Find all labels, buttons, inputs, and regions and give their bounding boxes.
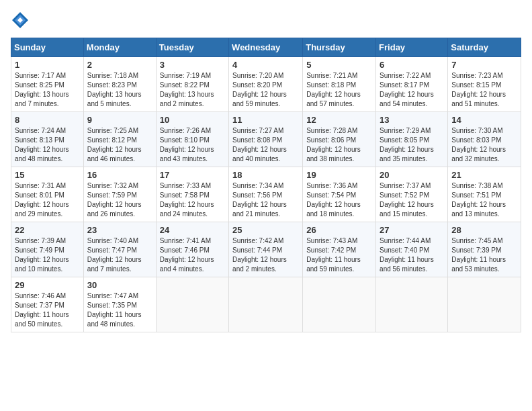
calendar-week-4: 22 Sunrise: 7:39 AM Sunset: 7:49 PM Dayl… [11,222,521,277]
day-detail: Sunrise: 7:26 AM Sunset: 8:10 PM Dayligh… [160,126,225,164]
day-number: 2 [87,60,152,70]
day-detail: Sunrise: 7:27 AM Sunset: 8:08 PM Dayligh… [232,126,299,164]
calendar-cell: 7 Sunrise: 7:23 AM Sunset: 8:15 PM Dayli… [448,57,521,112]
day-number: 8 [15,115,80,125]
calendar-cell: 8 Sunrise: 7:24 AM Sunset: 8:13 PM Dayli… [11,112,84,167]
day-detail: Sunrise: 7:29 AM Sunset: 8:05 PM Dayligh… [380,126,444,164]
day-number: 23 [87,225,152,235]
calendar-cell: 3 Sunrise: 7:19 AM Sunset: 8:22 PM Dayli… [156,57,228,112]
day-detail: Sunrise: 7:18 AM Sunset: 8:23 PM Dayligh… [87,71,152,109]
day-detail: Sunrise: 7:42 AM Sunset: 7:44 PM Dayligh… [232,236,299,274]
calendar-cell: 18 Sunrise: 7:34 AM Sunset: 7:56 PM Dayl… [229,167,303,222]
day-detail: Sunrise: 7:32 AM Sunset: 7:59 PM Dayligh… [87,181,152,219]
day-detail: Sunrise: 7:43 AM Sunset: 7:42 PM Dayligh… [306,236,372,274]
day-number: 10 [160,115,225,125]
day-number: 12 [306,115,372,125]
day-number: 7 [451,60,517,70]
page-header [11,11,521,30]
day-number: 24 [160,225,225,235]
calendar-week-3: 15 Sunrise: 7:31 AM Sunset: 8:01 PM Dayl… [11,167,521,222]
day-detail: Sunrise: 7:21 AM Sunset: 8:18 PM Dayligh… [306,71,372,109]
day-number: 1 [15,60,80,70]
day-number: 13 [380,115,444,125]
calendar-cell: 5 Sunrise: 7:21 AM Sunset: 8:18 PM Dayli… [303,57,376,112]
day-number: 22 [15,225,80,235]
day-detail: Sunrise: 7:38 AM Sunset: 7:51 PM Dayligh… [451,181,517,219]
calendar-cell: 30 Sunrise: 7:47 AM Sunset: 7:35 PM Dayl… [83,277,156,332]
day-detail: Sunrise: 7:28 AM Sunset: 8:06 PM Dayligh… [306,126,372,164]
calendar-cell: 11 Sunrise: 7:27 AM Sunset: 8:08 PM Dayl… [229,112,303,167]
calendar-cell: 27 Sunrise: 7:44 AM Sunset: 7:40 PM Dayl… [376,222,448,277]
day-number: 26 [306,225,372,235]
day-number: 11 [232,115,299,125]
calendar-cell: 1 Sunrise: 7:17 AM Sunset: 8:25 PM Dayli… [11,57,84,112]
day-number: 28 [451,225,517,235]
day-number: 9 [87,115,152,125]
day-number: 5 [306,60,372,70]
day-detail: Sunrise: 7:45 AM Sunset: 7:39 PM Dayligh… [451,236,517,274]
calendar-cell: 24 Sunrise: 7:41 AM Sunset: 7:46 PM Dayl… [156,222,228,277]
calendar-cell: 15 Sunrise: 7:31 AM Sunset: 8:01 PM Dayl… [11,167,84,222]
day-number: 21 [451,170,517,180]
calendar-cell [448,277,521,332]
day-detail: Sunrise: 7:19 AM Sunset: 8:22 PM Dayligh… [160,71,225,109]
day-number: 14 [451,115,517,125]
day-number: 15 [15,170,80,180]
day-detail: Sunrise: 7:40 AM Sunset: 7:47 PM Dayligh… [87,236,152,274]
calendar-cell: 19 Sunrise: 7:36 AM Sunset: 7:54 PM Dayl… [303,167,376,222]
day-number: 30 [87,280,152,290]
day-detail: Sunrise: 7:22 AM Sunset: 8:17 PM Dayligh… [380,71,444,109]
calendar-cell: 9 Sunrise: 7:25 AM Sunset: 8:12 PM Dayli… [83,112,156,167]
day-header-monday: Monday [83,38,156,57]
calendar-cell: 10 Sunrise: 7:26 AM Sunset: 8:10 PM Dayl… [156,112,228,167]
day-header-wednesday: Wednesday [229,38,303,57]
day-number: 16 [87,170,152,180]
day-header-saturday: Saturday [448,38,521,57]
calendar-cell: 29 Sunrise: 7:46 AM Sunset: 7:37 PM Dayl… [11,277,84,332]
day-detail: Sunrise: 7:41 AM Sunset: 7:46 PM Dayligh… [160,236,225,274]
calendar-cell: 28 Sunrise: 7:45 AM Sunset: 7:39 PM Dayl… [448,222,521,277]
calendar-cell: 6 Sunrise: 7:22 AM Sunset: 8:17 PM Dayli… [376,57,448,112]
day-number: 25 [232,225,299,235]
day-number: 27 [380,225,444,235]
day-detail: Sunrise: 7:46 AM Sunset: 7:37 PM Dayligh… [15,291,80,329]
day-detail: Sunrise: 7:30 AM Sunset: 8:03 PM Dayligh… [451,126,517,164]
day-detail: Sunrise: 7:36 AM Sunset: 7:54 PM Dayligh… [306,181,372,219]
day-detail: Sunrise: 7:31 AM Sunset: 8:01 PM Dayligh… [15,181,80,219]
calendar-cell: 26 Sunrise: 7:43 AM Sunset: 7:42 PM Dayl… [303,222,376,277]
day-detail: Sunrise: 7:25 AM Sunset: 8:12 PM Dayligh… [87,126,152,164]
calendar-cell: 23 Sunrise: 7:40 AM Sunset: 7:47 PM Dayl… [83,222,156,277]
day-detail: Sunrise: 7:24 AM Sunset: 8:13 PM Dayligh… [15,126,80,164]
calendar-cell: 17 Sunrise: 7:33 AM Sunset: 7:58 PM Dayl… [156,167,228,222]
calendar-week-1: 1 Sunrise: 7:17 AM Sunset: 8:25 PM Dayli… [11,57,521,112]
calendar-cell: 14 Sunrise: 7:30 AM Sunset: 8:03 PM Dayl… [448,112,521,167]
calendar-cell [229,277,303,332]
day-number: 29 [15,280,80,290]
calendar-cell [156,277,228,332]
day-detail: Sunrise: 7:47 AM Sunset: 7:35 PM Dayligh… [87,291,152,329]
day-number: 17 [160,170,225,180]
day-detail: Sunrise: 7:23 AM Sunset: 8:15 PM Dayligh… [451,71,517,109]
calendar-week-2: 8 Sunrise: 7:24 AM Sunset: 8:13 PM Dayli… [11,112,521,167]
day-number: 18 [232,170,299,180]
day-header-sunday: Sunday [11,38,84,57]
day-number: 19 [306,170,372,180]
day-header-thursday: Thursday [303,38,376,57]
day-detail: Sunrise: 7:37 AM Sunset: 7:52 PM Dayligh… [380,181,444,219]
logo [11,11,32,30]
calendar-week-5: 29 Sunrise: 7:46 AM Sunset: 7:37 PM Dayl… [11,277,521,332]
calendar-cell: 20 Sunrise: 7:37 AM Sunset: 7:52 PM Dayl… [376,167,448,222]
calendar-cell [303,277,376,332]
calendar-cell: 2 Sunrise: 7:18 AM Sunset: 8:23 PM Dayli… [83,57,156,112]
day-header-tuesday: Tuesday [156,38,228,57]
calendar-cell: 4 Sunrise: 7:20 AM Sunset: 8:20 PM Dayli… [229,57,303,112]
day-header-friday: Friday [376,38,448,57]
calendar-table: SundayMondayTuesdayWednesdayThursdayFrid… [11,38,521,332]
day-number: 4 [232,60,299,70]
day-number: 20 [380,170,444,180]
calendar-cell: 25 Sunrise: 7:42 AM Sunset: 7:44 PM Dayl… [229,222,303,277]
day-detail: Sunrise: 7:20 AM Sunset: 8:20 PM Dayligh… [232,71,299,109]
calendar-cell: 13 Sunrise: 7:29 AM Sunset: 8:05 PM Dayl… [376,112,448,167]
calendar-cell: 22 Sunrise: 7:39 AM Sunset: 7:49 PM Dayl… [11,222,84,277]
calendar-cell: 12 Sunrise: 7:28 AM Sunset: 8:06 PM Dayl… [303,112,376,167]
